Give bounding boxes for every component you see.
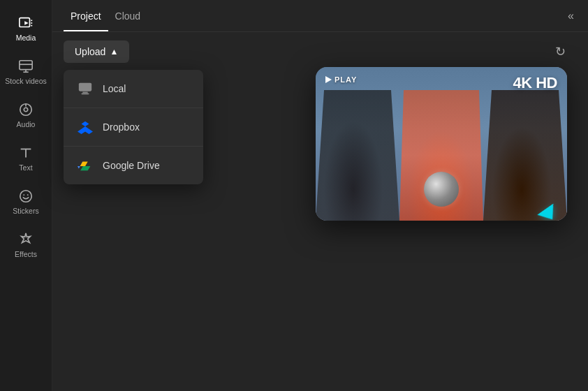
svg-point-15 — [23, 194, 24, 196]
upload-dropdown-menu: Local Dropbox Google Drive — [64, 70, 203, 184]
hd-badge: 4K HD — [513, 74, 557, 92]
upload-dropbox-label: Dropbox — [103, 121, 140, 133]
svg-rect-17 — [79, 83, 91, 91]
preview-card-inner: PLAY 4K HD — [316, 67, 567, 221]
upload-bar: Upload ▲ ↻ — [52, 32, 588, 71]
google-drive-icon — [78, 158, 93, 173]
content-area: Upload ▲ ↻ Local Dropbox — [52, 32, 588, 391]
play-badge: PLAY — [325, 75, 357, 84]
sidebar-item-media-label: Media — [16, 34, 36, 42]
svg-marker-1 — [24, 21, 29, 25]
dropbox-icon — [78, 119, 93, 135]
upload-label: Upload — [75, 46, 105, 57]
play-triangle-icon — [325, 76, 332, 83]
upload-dropbox-option[interactable]: Dropbox — [64, 108, 203, 147]
tab-project[interactable]: Project — [64, 0, 108, 31]
sidebar-item-effects[interactable]: Effects — [0, 223, 52, 267]
effects-icon — [18, 232, 34, 247]
sidebar-item-stock-videos-label: Stock videos — [5, 77, 47, 85]
svg-point-14 — [20, 191, 32, 202]
stock-videos-icon — [18, 59, 34, 74]
sidebar: Media Stock videos Audio Text — [0, 0, 52, 391]
sidebar-item-audio[interactable]: Audio — [0, 94, 52, 137]
refresh-button[interactable]: ↻ — [555, 44, 566, 59]
upload-local-option[interactable]: Local — [64, 70, 203, 108]
media-icon — [18, 15, 34, 31]
sidebar-item-stickers[interactable]: Stickers — [0, 180, 52, 223]
tab-cloud[interactable]: Cloud — [108, 0, 148, 31]
upload-google-drive-label: Google Drive — [103, 160, 160, 171]
tabs-bar: Project Cloud « — [52, 0, 588, 32]
collapse-panel-button[interactable]: « — [565, 7, 577, 25]
svg-rect-5 — [20, 61, 32, 70]
play-label: PLAY — [335, 75, 357, 84]
sidebar-item-audio-label: Audio — [17, 120, 36, 128]
text-icon — [18, 145, 34, 161]
disco-ball — [424, 172, 459, 207]
sidebar-item-effects-label: Effects — [15, 250, 37, 258]
monitor-icon — [78, 81, 93, 96]
audio-icon — [18, 102, 34, 117]
svg-point-10 — [24, 108, 28, 112]
sidebar-item-stock-videos[interactable]: Stock videos — [0, 50, 52, 94]
sidebar-item-media[interactable]: Media — [0, 7, 52, 50]
svg-rect-19 — [82, 93, 89, 94]
sidebar-item-stickers-label: Stickers — [13, 207, 38, 215]
upload-chevron-icon: ▲ — [110, 47, 118, 57]
svg-point-16 — [27, 194, 29, 196]
woman-right — [483, 90, 567, 221]
upload-local-label: Local — [103, 83, 126, 94]
svg-rect-18 — [82, 92, 87, 94]
preview-card[interactable]: PLAY 4K HD — [316, 67, 567, 221]
sidebar-item-text[interactable]: Text — [0, 137, 52, 180]
sidebar-item-text-label: Text — [19, 163, 32, 172]
upload-button[interactable]: Upload ▲ — [64, 40, 129, 63]
woman-left — [316, 90, 399, 221]
main-panel: Project Cloud « Upload ▲ ↻ Loc — [52, 0, 588, 391]
upload-google-drive-option[interactable]: Google Drive — [64, 147, 203, 184]
stickers-icon — [18, 189, 34, 204]
